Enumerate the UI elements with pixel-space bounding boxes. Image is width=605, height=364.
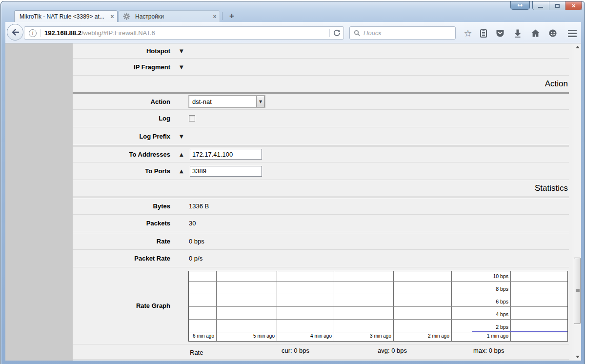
tab-mikrotik-nat-rule[interactable]: MikroTik - NAT Rule <3389> at... × <box>14 10 118 22</box>
scrollbar-thumb[interactable] <box>574 258 581 324</box>
url-path: /webfig/#IP:Firewall.NAT.6 <box>81 29 155 37</box>
tab-title: Настройки <box>130 13 210 20</box>
ip-fragment-collapse-toggle-icon[interactable]: ▼ <box>180 64 186 70</box>
tab-close-icon[interactable]: × <box>107 13 117 20</box>
to-addresses-label: To Addresses <box>73 151 170 158</box>
search-icon <box>354 30 361 37</box>
scrollbar-up-button[interactable] <box>573 43 581 51</box>
close-icon: × <box>572 2 576 9</box>
select-dropdown-arrow-icon[interactable]: ▼ <box>256 96 264 107</box>
to-ports-expand-toggle-icon[interactable]: ▲ <box>180 168 186 174</box>
legend-series-name: Rate <box>190 349 203 356</box>
section-header-row-statistics: Statistics <box>73 180 569 197</box>
back-button[interactable] <box>7 24 23 40</box>
log-prefix-label: Log Prefix <box>73 133 170 140</box>
window-resize-button[interactable]: ↔ <box>510 1 530 10</box>
search-input[interactable] <box>363 29 455 37</box>
to-addresses-expand-toggle-icon[interactable]: ▲ <box>180 152 186 157</box>
scroll-down-icon <box>576 356 580 358</box>
url-host: 192.168.88.2 <box>44 29 81 37</box>
scrollbar-grip-icon <box>576 289 580 292</box>
downloads-button[interactable] <box>512 27 524 39</box>
tab-divider <box>222 12 222 20</box>
x-tick-label: 5 min ago <box>253 333 275 339</box>
minimize-button[interactable] <box>533 1 549 10</box>
action-select-value: dst-nat <box>189 98 256 105</box>
to-ports-label: To Ports <box>73 167 170 175</box>
page-scrollbar[interactable] <box>573 43 581 361</box>
bookmark-star-button[interactable]: ☆ <box>462 27 474 39</box>
tab-bar: MikroTik - NAT Rule <3389> at... × <box>5 10 580 22</box>
log-checkbox[interactable] <box>189 115 195 121</box>
show-bookmarks-button[interactable] <box>478 27 489 39</box>
webfig-page: Hotspot ▼ IP Fragment ▼ Action Action ds… <box>5 43 581 361</box>
field-row-log-prefix: Log Prefix ▼ <box>73 127 569 145</box>
next-graph-partial-row <box>73 359 569 361</box>
new-tab-button[interactable]: + <box>226 11 238 21</box>
field-row-rate-graph: Rate Graph 10 bps 8 bp <box>73 267 569 344</box>
rate-value: 0 bps <box>189 238 204 245</box>
legend-max-value: max: 0 bps <box>473 347 504 354</box>
field-row-to-addresses: To Addresses ▲ <box>73 145 569 162</box>
tab-close-icon[interactable]: × <box>210 13 220 20</box>
reload-button[interactable] <box>330 29 343 37</box>
y-tick-label: 2 bps <box>496 324 508 330</box>
x-tick-label: 4 min ago <box>310 333 332 339</box>
pocket-icon <box>496 29 504 38</box>
x-tick-label: 3 min ago <box>370 333 391 339</box>
feedback-button[interactable] <box>547 27 559 39</box>
y-tick-label: 10 bps <box>493 273 508 279</box>
scrollbar-down-button[interactable] <box>573 353 581 361</box>
maximize-icon <box>555 4 560 8</box>
back-arrow-icon <box>11 28 20 37</box>
action-label: Action <box>73 98 170 105</box>
tab-settings[interactable]: Настройки × <box>119 10 220 22</box>
window-caption-buttons: × <box>532 1 582 10</box>
ip-fragment-label: IP Fragment <box>73 63 170 71</box>
field-row-rate: Rate 0 bps <box>73 232 569 249</box>
grid-hline <box>189 319 567 320</box>
close-button[interactable]: × <box>565 1 582 10</box>
search-bar <box>349 26 456 40</box>
to-ports-input[interactable] <box>190 166 262 177</box>
to-addresses-input[interactable] <box>190 149 262 160</box>
hotspot-collapse-toggle-icon[interactable]: ▼ <box>180 48 186 54</box>
bytes-value: 1336 B <box>189 202 209 210</box>
y-tick-label: 8 bps <box>496 286 508 292</box>
url-bar[interactable]: i 192.168.88.2/webfig/#IP:Firewall.NAT.6 <box>24 26 344 40</box>
maximize-button[interactable] <box>549 1 566 10</box>
x-tick-label: 2 min ago <box>428 333 449 339</box>
bookmarks-clipboard-icon <box>479 29 488 38</box>
legend-cur-value: cur: 0 bps <box>282 347 309 354</box>
minimize-icon <box>538 7 543 8</box>
field-row-packet-rate: Packet Rate 0 p/s <box>73 249 569 267</box>
url-divider <box>40 29 41 37</box>
navigation-toolbar: i 192.168.88.2/webfig/#IP:Firewall.NAT.6 <box>5 22 581 43</box>
packets-label: Packets <box>73 220 170 227</box>
reload-icon <box>333 29 341 37</box>
webfig-side-panel <box>5 43 73 361</box>
packets-value: 30 <box>189 220 196 227</box>
grid-hline <box>189 332 567 332</box>
field-row-ip-fragment: IP Fragment ▼ <box>73 58 569 75</box>
home-icon <box>531 29 540 38</box>
legend-avg-value: avg: 0 bps <box>378 347 407 354</box>
field-row-action: Action dst-nat ▼ <box>73 92 569 109</box>
log-prefix-collapse-toggle-icon[interactable]: ▼ <box>180 134 186 139</box>
scroll-up-icon <box>576 46 580 48</box>
menu-button[interactable] <box>565 27 579 39</box>
hotspot-label: Hotspot <box>73 47 170 55</box>
x-tick-label: 6 min ago <box>193 333 214 339</box>
grid-hline <box>189 294 567 294</box>
pocket-button[interactable] <box>494 27 506 39</box>
grid-hline <box>189 306 567 307</box>
star-icon: ☆ <box>464 28 472 39</box>
nat-rule-form: Hotspot ▼ IP Fragment ▼ Action Action ds… <box>73 43 569 361</box>
action-select[interactable]: dst-nat ▼ <box>189 96 265 107</box>
smiley-icon <box>548 29 557 38</box>
info-icon[interactable]: i <box>29 29 37 37</box>
rate-graph-label: Rate Graph <box>73 302 170 309</box>
field-row-hotspot: Hotspot ▼ <box>73 43 569 58</box>
field-row-packets: Packets 30 <box>73 214 569 232</box>
home-button[interactable] <box>529 27 541 39</box>
